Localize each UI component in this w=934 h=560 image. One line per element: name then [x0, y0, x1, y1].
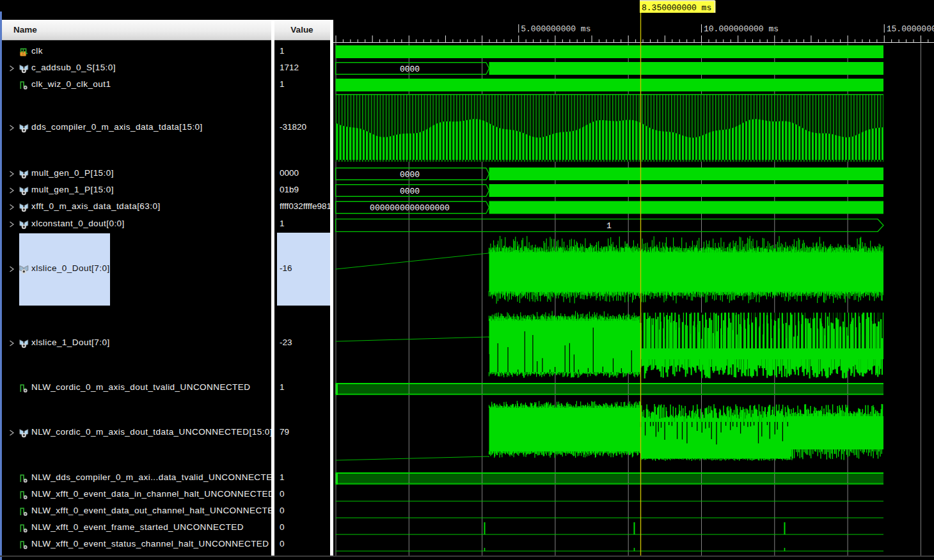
svg-text:0000: 0000 — [400, 187, 420, 196]
svg-text:1: 1 — [606, 221, 612, 231]
svg-text:15.000000000 ms: 15.000000000 ms — [887, 24, 934, 34]
svg-text:8.350000000 ms: 8.350000000 ms — [642, 3, 711, 13]
svg-text:0000: 0000 — [400, 65, 420, 74]
svg-text:10.000000000 ms: 10.000000000 ms — [704, 24, 779, 34]
svg-text:0000000000000000: 0000000000000000 — [370, 203, 450, 213]
svg-text:5.000000000 ms: 5.000000000 ms — [521, 24, 590, 34]
svg-text:0000: 0000 — [400, 170, 420, 180]
